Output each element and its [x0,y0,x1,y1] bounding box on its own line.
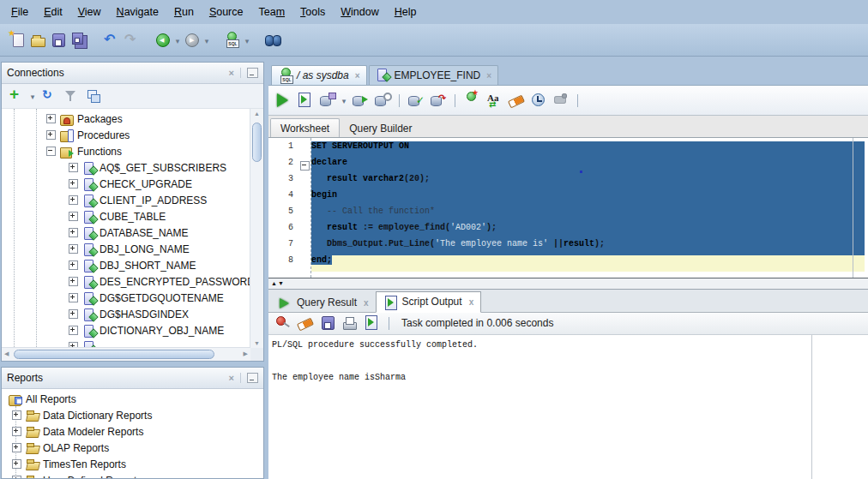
menu-file[interactable]: File [3,3,36,21]
menu-tools[interactable]: Tools [292,3,333,21]
tree-item[interactable]: DICTIONARY_OBJ_NAME [2,322,263,338]
pin-icon[interactable] [274,314,292,332]
tree-item[interactable]: Procedures [2,127,263,143]
expand-icon[interactable] [12,476,21,478]
tree-item[interactable]: DES_ENCRYPTED_PASSWORD [2,273,263,290]
menu-source[interactable]: Source [202,3,251,21]
tree-item[interactable]: Packages [2,111,263,127]
menu-navigate[interactable]: Navigate [109,3,166,21]
collapse-icon[interactable] [46,147,56,156]
add-connection-menu-icon[interactable] [28,87,37,105]
collapse-all-icon[interactable] [85,87,102,105]
run-in-sqlplus-icon[interactable] [364,314,381,332]
minimize-panel-icon[interactable] [247,68,258,78]
connections-horizontal-scrollbar[interactable]: ◀ ▶ [2,347,250,361]
find-icon[interactable] [264,32,281,49]
menu-team[interactable]: Team [251,3,293,21]
undo-icon[interactable] [102,32,119,49]
autotrace-icon[interactable] [352,92,369,109]
close-tab-icon[interactable]: x [469,297,474,307]
expand-icon[interactable] [69,179,78,189]
tree-item[interactable]: DBJ_SHORT_NAME [2,257,263,273]
tree-item[interactable]: TimesTen Reports [2,456,263,472]
close-tab-icon[interactable]: x [364,298,369,308]
expand-icon[interactable] [69,163,78,172]
expand-icon[interactable] [46,114,56,123]
tree-item[interactable]: DATABASE_NAME [2,225,263,241]
tree-item[interactable]: OLAP Reports [2,440,263,456]
expand-icon[interactable] [12,427,21,436]
save-icon[interactable] [50,32,67,49]
back-icon[interactable] [154,32,172,49]
results-tab-query-result[interactable]: Query Resultx [271,294,376,312]
results-tab-script-output[interactable]: Script Outputx [376,291,482,313]
change-case-icon[interactable] [485,92,503,109]
menu-window[interactable]: Window [333,3,386,21]
task-disabled-icon[interactable] [552,92,570,109]
expand-icon[interactable] [69,212,78,221]
clear-icon[interactable] [508,92,525,109]
fold-collapse-icon[interactable] [300,161,310,171]
subtab-query-builder[interactable]: Query Builder [340,119,421,137]
tree-item[interactable]: DG$GETDGQUOTENAME [2,290,263,306]
tree-item[interactable]: CLIENT_IP_ADDRESS [2,192,263,208]
expand-icon[interactable] [69,260,78,270]
refresh-icon[interactable] [40,87,57,105]
expand-icon[interactable] [69,228,78,237]
expand-icon[interactable] [46,130,56,140]
explain-plan-menu-icon[interactable] [340,92,348,109]
redo-icon[interactable] [123,32,140,49]
tree-item[interactable]: Functions [2,143,263,159]
sql-connection-icon[interactable] [224,32,241,49]
tree-item[interactable]: DG$HASDGINDEX [2,306,263,322]
close-tab-icon[interactable]: × [355,71,360,81]
expand-icon[interactable] [69,309,78,319]
forward-menu-icon[interactable] [202,32,211,49]
scrollbar-thumb[interactable] [252,123,262,162]
scrollbar-thumb[interactable] [14,350,214,359]
print-icon[interactable] [341,314,359,332]
menu-view[interactable]: View [70,3,109,21]
scroll-up-icon[interactable]: ▲ [250,111,263,117]
forward-icon[interactable] [184,32,201,49]
expand-icon[interactable] [69,293,78,302]
rollback-icon[interactable] [430,92,447,109]
splitter-arrows-icon[interactable]: ▲▼ [268,279,285,288]
code-editor[interactable]: 12345678 SET SERVEROUTPUT ONdeclare resu… [268,138,868,278]
results-splitter[interactable]: ▲▼ [268,278,868,290]
tree-item[interactable]: All Reports [2,391,263,407]
tree-item[interactable]: AQ$_GET_SUBSCRIBERS [2,159,263,176]
scroll-right-icon[interactable]: ▶ [244,350,248,357]
scroll-left-icon[interactable]: ◀ [4,350,9,357]
menu-help[interactable]: Help [387,3,425,21]
tree-item[interactable]: Data Dictionary Reports [2,407,263,423]
subtab-worksheet[interactable]: Worksheet [270,118,340,137]
filter-icon[interactable] [63,87,80,105]
minimize-panel-icon[interactable] [247,373,258,383]
sql-history-icon[interactable] [530,92,547,109]
open-file-icon[interactable] [29,32,46,49]
sql-connection-menu-icon[interactable] [243,32,251,49]
connections-vertical-scrollbar[interactable]: ▲ ▼ [250,109,263,348]
run-script-icon[interactable] [297,92,314,109]
expand-icon[interactable] [69,195,78,205]
menu-edit[interactable]: Edit [36,3,70,21]
expand-icon[interactable] [69,244,78,254]
run-statement-icon[interactable] [274,92,292,109]
editor-tab--as-sysdba[interactable]: / as sysdba× [271,65,367,85]
scroll-down-icon[interactable]: ▼ [250,340,263,346]
close-panel-icon[interactable]: × [226,373,238,383]
tree-item[interactable]: User Defined Reports [2,472,263,478]
commit-icon[interactable] [407,92,425,109]
expand-icon[interactable] [69,326,78,335]
save-output-icon[interactable] [319,314,336,332]
expand-icon[interactable] [12,443,21,452]
tree-item[interactable]: Data Modeler Reports [2,423,263,440]
tree-item[interactable]: CUBE_TABLE [2,208,263,225]
new-file-icon[interactable] [9,32,26,49]
expand-icon[interactable] [12,459,21,469]
tree-item[interactable]: CHECK_UPGRADE [2,176,263,192]
save-all-icon[interactable] [70,32,87,49]
back-menu-icon[interactable] [173,32,182,49]
unshared-worksheet-icon[interactable] [463,92,480,109]
